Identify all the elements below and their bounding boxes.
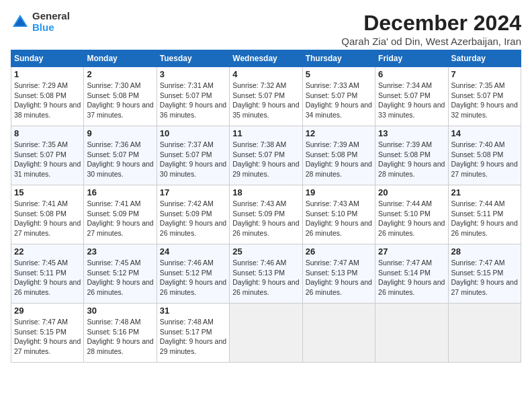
day-number: 22 — [14, 246, 81, 257]
day-info: Sunrise: 7:47 AM Sunset: 5:13 PM Dayligh… — [306, 258, 372, 298]
day-info: Sunrise: 7:38 AM Sunset: 5:07 PM Dayligh… — [232, 140, 299, 179]
day-info: Sunrise: 7:47 AM Sunset: 5:15 PM Dayligh… — [14, 317, 81, 357]
day-info: Sunrise: 7:29 AM Sunset: 5:08 PM Dayligh… — [14, 81, 81, 120]
day-cell: 28 Sunrise: 7:47 AM Sunset: 5:15 PM Dayl… — [448, 244, 521, 304]
day-info: Sunrise: 7:45 AM Sunset: 5:12 PM Dayligh… — [87, 258, 153, 298]
day-info: Sunrise: 7:41 AM Sunset: 5:08 PM Dayligh… — [14, 199, 81, 238]
day-number: 14 — [451, 128, 518, 138]
day-cell: 4 Sunrise: 7:32 AM Sunset: 5:07 PM Dayli… — [230, 67, 302, 126]
week-row-3: 15 Sunrise: 7:41 AM Sunset: 5:08 PM Dayl… — [11, 185, 521, 244]
logo: General Blue — [11, 11, 70, 33]
logo-blue: Blue — [32, 22, 70, 34]
day-number: 11 — [232, 128, 299, 138]
day-info: Sunrise: 7:39 AM Sunset: 5:08 PM Dayligh… — [306, 140, 372, 179]
day-cell: 22 Sunrise: 7:45 AM Sunset: 5:11 PM Dayl… — [11, 244, 84, 304]
day-cell: 25 Sunrise: 7:46 AM Sunset: 5:13 PM Dayl… — [230, 244, 302, 304]
day-cell: 13 Sunrise: 7:39 AM Sunset: 5:08 PM Dayl… — [375, 126, 448, 185]
day-number: 3 — [160, 69, 226, 79]
day-number: 1 — [14, 69, 81, 79]
month-title: December 2024 — [341, 11, 521, 36]
logo-icon — [11, 13, 30, 32]
day-cell: 17 Sunrise: 7:42 AM Sunset: 5:09 PM Dayl… — [157, 185, 229, 244]
day-cell: 7 Sunrise: 7:35 AM Sunset: 5:07 PM Dayli… — [448, 67, 521, 126]
day-cell — [448, 304, 521, 363]
day-info: Sunrise: 7:44 AM Sunset: 5:10 PM Dayligh… — [378, 199, 445, 238]
day-cell — [302, 304, 375, 363]
day-number: 26 — [306, 246, 372, 257]
logo-text: General Blue — [32, 11, 70, 33]
day-info: Sunrise: 7:31 AM Sunset: 5:07 PM Dayligh… — [160, 81, 226, 120]
day-cell: 5 Sunrise: 7:33 AM Sunset: 5:07 PM Dayli… — [302, 67, 375, 126]
day-cell — [230, 304, 302, 363]
day-number: 15 — [14, 187, 81, 197]
header-monday: Monday — [84, 50, 157, 67]
day-cell: 20 Sunrise: 7:44 AM Sunset: 5:10 PM Dayl… — [375, 185, 448, 244]
day-number: 9 — [87, 128, 153, 138]
day-number: 13 — [378, 128, 445, 138]
day-number: 30 — [87, 306, 153, 316]
day-info: Sunrise: 7:37 AM Sunset: 5:07 PM Dayligh… — [160, 140, 226, 179]
day-info: Sunrise: 7:46 AM Sunset: 5:13 PM Dayligh… — [232, 258, 299, 298]
day-cell: 2 Sunrise: 7:30 AM Sunset: 5:08 PM Dayli… — [84, 67, 157, 126]
day-cell — [375, 304, 448, 363]
week-row-5: 29 Sunrise: 7:47 AM Sunset: 5:15 PM Dayl… — [11, 304, 521, 363]
day-cell: 26 Sunrise: 7:47 AM Sunset: 5:13 PM Dayl… — [302, 244, 375, 304]
calendar-table: SundayMondayTuesdayWednesdayThursdayFrid… — [11, 50, 521, 363]
day-info: Sunrise: 7:48 AM Sunset: 5:17 PM Dayligh… — [160, 317, 226, 357]
title-section: December 2024 Qarah Zia' od Din, West Az… — [341, 11, 521, 47]
day-info: Sunrise: 7:46 AM Sunset: 5:12 PM Dayligh… — [160, 258, 226, 298]
day-number: 16 — [87, 187, 153, 197]
day-number: 2 — [87, 69, 153, 79]
page-header: General Blue December 2024 Qarah Zia' od… — [11, 11, 521, 47]
day-number: 19 — [306, 187, 372, 197]
day-cell: 23 Sunrise: 7:45 AM Sunset: 5:12 PM Dayl… — [84, 244, 157, 304]
day-cell: 8 Sunrise: 7:35 AM Sunset: 5:07 PM Dayli… — [11, 126, 84, 185]
week-row-1: 1 Sunrise: 7:29 AM Sunset: 5:08 PM Dayli… — [11, 67, 521, 126]
day-cell: 9 Sunrise: 7:36 AM Sunset: 5:07 PM Dayli… — [84, 126, 157, 185]
header-tuesday: Tuesday — [157, 50, 229, 67]
day-number: 17 — [160, 187, 226, 197]
day-number: 23 — [87, 246, 153, 257]
day-info: Sunrise: 7:39 AM Sunset: 5:08 PM Dayligh… — [378, 140, 445, 179]
week-row-4: 22 Sunrise: 7:45 AM Sunset: 5:11 PM Dayl… — [11, 244, 521, 304]
day-number: 10 — [160, 128, 226, 138]
day-info: Sunrise: 7:47 AM Sunset: 5:15 PM Dayligh… — [451, 258, 518, 298]
day-info: Sunrise: 7:47 AM Sunset: 5:14 PM Dayligh… — [378, 258, 445, 298]
logo-general: General — [32, 11, 70, 22]
day-cell: 29 Sunrise: 7:47 AM Sunset: 5:15 PM Dayl… — [11, 304, 84, 363]
header-sunday: Sunday — [11, 50, 84, 67]
day-number: 28 — [451, 246, 518, 257]
day-number: 5 — [306, 69, 372, 79]
day-number: 6 — [378, 69, 445, 79]
day-cell: 1 Sunrise: 7:29 AM Sunset: 5:08 PM Dayli… — [11, 67, 84, 126]
location-title: Qarah Zia' od Din, West Azerbaijan, Iran — [341, 36, 521, 47]
day-info: Sunrise: 7:35 AM Sunset: 5:07 PM Dayligh… — [14, 140, 81, 179]
day-info: Sunrise: 7:40 AM Sunset: 5:08 PM Dayligh… — [451, 140, 518, 179]
day-cell: 15 Sunrise: 7:41 AM Sunset: 5:08 PM Dayl… — [11, 185, 84, 244]
day-number: 25 — [232, 246, 299, 257]
day-number: 20 — [378, 187, 445, 197]
day-info: Sunrise: 7:32 AM Sunset: 5:07 PM Dayligh… — [232, 81, 299, 120]
day-info: Sunrise: 7:41 AM Sunset: 5:09 PM Dayligh… — [87, 199, 153, 238]
day-number: 31 — [160, 306, 226, 316]
day-info: Sunrise: 7:30 AM Sunset: 5:08 PM Dayligh… — [87, 81, 153, 120]
day-cell: 19 Sunrise: 7:43 AM Sunset: 5:10 PM Dayl… — [302, 185, 375, 244]
day-number: 21 — [451, 187, 518, 197]
day-cell: 24 Sunrise: 7:46 AM Sunset: 5:12 PM Dayl… — [157, 244, 229, 304]
header-friday: Friday — [375, 50, 448, 67]
day-number: 24 — [160, 246, 226, 257]
day-info: Sunrise: 7:45 AM Sunset: 5:11 PM Dayligh… — [14, 258, 81, 298]
day-cell: 10 Sunrise: 7:37 AM Sunset: 5:07 PM Dayl… — [157, 126, 229, 185]
week-row-2: 8 Sunrise: 7:35 AM Sunset: 5:07 PM Dayli… — [11, 126, 521, 185]
day-cell: 30 Sunrise: 7:48 AM Sunset: 5:16 PM Dayl… — [84, 304, 157, 363]
day-cell: 16 Sunrise: 7:41 AM Sunset: 5:09 PM Dayl… — [84, 185, 157, 244]
day-info: Sunrise: 7:43 AM Sunset: 5:10 PM Dayligh… — [306, 199, 372, 238]
day-number: 4 — [232, 69, 299, 79]
day-info: Sunrise: 7:35 AM Sunset: 5:07 PM Dayligh… — [451, 81, 518, 120]
day-cell: 21 Sunrise: 7:44 AM Sunset: 5:11 PM Dayl… — [448, 185, 521, 244]
day-cell: 12 Sunrise: 7:39 AM Sunset: 5:08 PM Dayl… — [302, 126, 375, 185]
day-info: Sunrise: 7:43 AM Sunset: 5:09 PM Dayligh… — [232, 199, 299, 238]
day-number: 27 — [378, 246, 445, 257]
day-info: Sunrise: 7:48 AM Sunset: 5:16 PM Dayligh… — [87, 317, 153, 357]
day-number: 29 — [14, 306, 81, 316]
